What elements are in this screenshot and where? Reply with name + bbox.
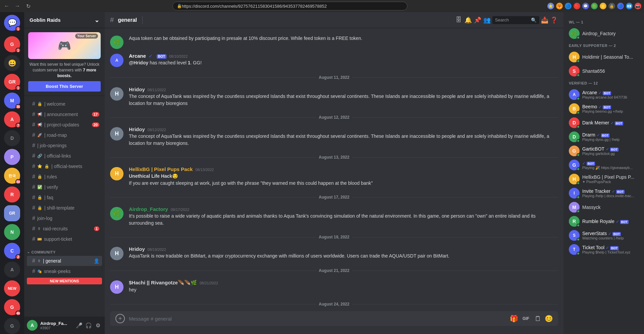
threads-button[interactable]: 🗄: [455, 16, 463, 24]
channel-item-project-updates[interactable]: # 📢 | project-updates 20: [27, 120, 102, 130]
channel-item-join-log[interactable]: # join-log: [27, 213, 102, 223]
channel-item-job-openings[interactable]: # | job-openings: [27, 141, 102, 151]
ext-icon-10[interactable]: 📧: [626, 3, 633, 9]
add-attachment-button[interactable]: +: [115, 314, 125, 323]
server-icon-1[interactable]: G 1: [4, 36, 20, 52]
member-ticket-tool[interactable]: T Ticket Tool ✓BOT Playing $help | Ticke…: [566, 243, 641, 256]
ext-icon-3[interactable]: 🔵: [565, 3, 572, 9]
server-icon-8[interactable]: 한국 88: [4, 168, 20, 184]
channel-item-general[interactable]: # 🎙 | general 👤: [27, 256, 102, 266]
gift-button[interactable]: 🎁: [510, 315, 518, 323]
channel-item-faq[interactable]: # 🔒 | faq: [27, 192, 102, 203]
member-serverstats[interactable]: S ServerStats ✓BOT Watching counters | /…: [566, 229, 641, 242]
member-drarm[interactable]: D Drarm ✓BOT Playing dyno.gg | !help: [566, 130, 641, 144]
member-beemo[interactable]: B Beemo ✓BOT Playing beemo.gg +/help: [566, 102, 641, 115]
server-icon-dm[interactable]: 💬 1: [4, 15, 20, 31]
message-text: @Hridoy has reached level 1. GG!: [129, 59, 558, 66]
ext-icon-5[interactable]: 💬: [582, 3, 589, 9]
member-holdimir[interactable]: H Holdimir | Seasonal To...: [566, 50, 641, 64]
boost-button[interactable]: Boost This Server: [28, 81, 101, 92]
notification-button[interactable]: 🔔: [464, 16, 472, 24]
server-icon-5[interactable]: A 7: [4, 111, 20, 127]
settings-button[interactable]: ⚙: [94, 321, 102, 329]
search-input[interactable]: [495, 17, 528, 22]
messages-container: 🌿 Aqua token can be obtained by particip…: [105, 28, 563, 311]
message-content-hachi: $Hachi || Rivangotze🪶🪶🌿 08/21/2022 hey: [129, 280, 558, 294]
community-category[interactable]: ⌄ COMMUNITY: [24, 244, 105, 256]
server-icon-new[interactable]: NEW: [4, 280, 20, 296]
channel-item-support-ticket[interactable]: # 🎫 support-ticket: [27, 234, 102, 244]
channel-item-announcement[interactable]: # 📢 | announcement 17: [27, 109, 102, 119]
channel-name: raid-recruits: [43, 226, 92, 231]
member-name-wrap: HellixBG | Pixel Pups P... ✦ PixelPupsPa…: [582, 174, 639, 184]
server-icon-11[interactable]: N: [4, 224, 20, 240]
server-icon-13[interactable]: A: [4, 262, 20, 278]
deafen-button[interactable]: 🎧: [85, 321, 93, 329]
message-content: Aqua token can be obtained by participat…: [129, 35, 558, 49]
server-icon-6[interactable]: D: [4, 130, 20, 146]
member-giveaway[interactable]: G ✓BOT Playing 🎉 https://giveawayb...: [566, 158, 641, 172]
refresh-button[interactable]: ↻: [24, 2, 32, 10]
member-subtext: Playing arcane.bot 647/736: [582, 95, 639, 99]
emoji-button[interactable]: 😊: [545, 315, 553, 323]
server-icon-3[interactable]: GR 1: [4, 74, 20, 90]
member-rumble-royale[interactable]: R Rumble Royale ✓BOT: [566, 215, 641, 228]
channel-item-verify[interactable]: # ✅ | verify: [27, 182, 102, 192]
channel-item-sneak-peeks[interactable]: # 🎭 sneak-peeks: [27, 266, 102, 276]
back-button[interactable]: ←: [3, 2, 11, 10]
server-icon-goblin[interactable]: GR: [4, 205, 20, 221]
sticker-button[interactable]: 🗒: [534, 315, 542, 323]
message-header: Hridoy 08/11/2022: [129, 87, 558, 92]
member-arcane[interactable]: A Arcane ✓BOT Playing arcane.bot 647/736: [566, 88, 641, 101]
channel-item-raid-recruits[interactable]: # 🎙 raid-recruits 1: [27, 224, 102, 234]
mute-button[interactable]: 🎤: [75, 321, 83, 329]
server-icon-15[interactable]: G 46: [4, 299, 20, 315]
member-garticbot[interactable]: G GarticBOT ✓BOT Playing garticbot.gg: [566, 144, 641, 158]
ext-icon-11[interactable]: 📷: [635, 3, 641, 9]
server-icon-12[interactable]: C 2: [4, 243, 20, 259]
rocket-emoji: 🚀: [37, 133, 42, 137]
server-icon-7[interactable]: P: [4, 149, 20, 165]
member-shanta[interactable]: S Shanta656: [566, 64, 641, 78]
channel-item-shill-template[interactable]: # 🔒 | shill-template: [27, 203, 102, 213]
channel-item-official-links[interactable]: # 🔗 | official-links: [27, 151, 102, 161]
inbox-button[interactable]: 📥: [541, 16, 549, 24]
ext-icon-6[interactable]: 🟢: [591, 3, 598, 9]
ext-icon-4[interactable]: 🔴: [574, 3, 580, 9]
address-bar[interactable]: 🔒 https://discord.com/channels/927576211…: [172, 2, 407, 10]
channel-item-rules[interactable]: # 🔒 | rules: [27, 172, 102, 182]
member-airdrop-factory[interactable]: 🌿 Airdrop_Factory: [566, 27, 641, 40]
server-icon-2[interactable]: 😀: [4, 55, 20, 71]
server-icon-4[interactable]: M 36: [4, 93, 20, 109]
message-input[interactable]: [129, 316, 506, 322]
verified-check: ✓: [606, 147, 609, 152]
member-name-wrap: GarticBOT ✓BOT Playing garticbot.gg: [582, 146, 639, 156]
message-text: The concept of AquaTank was inspired by …: [129, 133, 558, 147]
ext-icon-1[interactable]: ⭐: [547, 3, 554, 9]
forward-button[interactable]: →: [13, 2, 21, 10]
ext-icon-2[interactable]: 🦊: [556, 3, 563, 9]
lock-icon-3: 🔒: [44, 164, 49, 169]
member-status-beemo: [577, 111, 580, 114]
ext-icon-7[interactable]: ⭐: [600, 3, 606, 9]
members-button[interactable]: 👥: [483, 16, 491, 24]
ext-icon-9[interactable]: 🔵: [617, 3, 624, 9]
search-box[interactable]: 🔍: [492, 16, 539, 24]
member-invite-tracker[interactable]: I Invite Tracker ✓BOT Playing /help | do…: [566, 186, 641, 200]
hash-icon: #: [32, 258, 35, 264]
notif-12: 2: [15, 254, 21, 260]
server-icon-9[interactable]: R: [4, 186, 20, 203]
server-icon-16[interactable]: G: [4, 318, 20, 334]
member-hellixbg[interactable]: H HellixBG | Pixel Pups P... ✦ PixelPups…: [566, 172, 641, 186]
channel-item-official-tweets[interactable]: # ⭐ 🔒 | official-tweets: [27, 161, 102, 171]
gif-button[interactable]: GIF: [521, 315, 531, 323]
server-header[interactable]: Goblin Raids ⌄: [24, 12, 105, 28]
member-dank-memer[interactable]: D Dank Memer ✓BOT: [566, 116, 641, 129]
help-button[interactable]: ❓: [550, 16, 558, 24]
channel-item-road-map[interactable]: # 🚀 | road-map: [27, 130, 102, 140]
pin-button[interactable]: 📌: [474, 16, 482, 24]
ext-icon-8[interactable]: 🔒: [608, 3, 615, 9]
member-massyck[interactable]: M Massyck: [566, 201, 641, 214]
new-mentions-button[interactable]: NEW MENTIONS: [27, 278, 102, 284]
channel-item-welcome[interactable]: # 🔒 | welcome: [27, 99, 102, 109]
